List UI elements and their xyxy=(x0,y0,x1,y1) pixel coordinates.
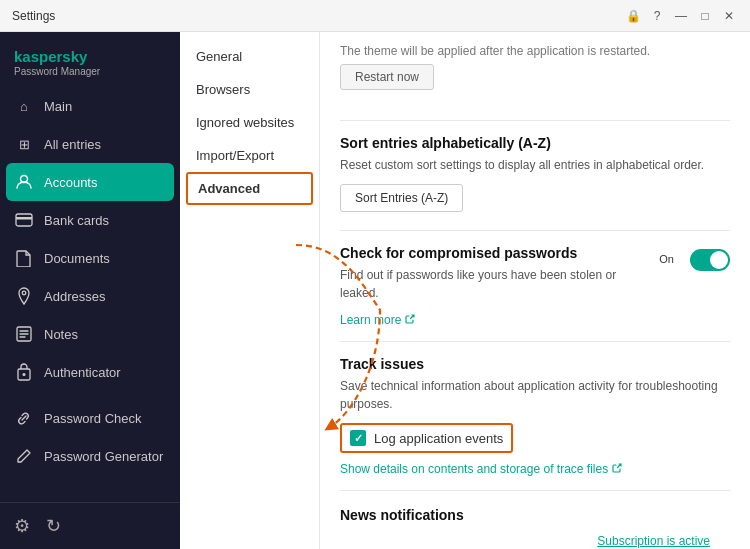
location-icon xyxy=(14,286,34,306)
settings-nav: General Browsers Ignored websites Import… xyxy=(180,32,320,549)
sidebar-item-label: Addresses xyxy=(44,289,105,304)
home-icon: ⌂ xyxy=(14,96,34,116)
toggle-knob xyxy=(710,251,728,269)
sidebar-item-label: All entries xyxy=(44,137,101,152)
sidebar-item-label: Password Check xyxy=(44,411,142,426)
main-content: The theme will be applied after the appl… xyxy=(320,32,750,549)
sidebar-nav: ⌂ Main ⊞ All entries Accounts xyxy=(0,87,180,502)
sort-section-desc: Reset custom sort settings to display al… xyxy=(340,156,730,174)
window-controls: 🔒 ? — □ ✕ xyxy=(624,7,738,25)
show-details-link[interactable]: Show details on contents and storage of … xyxy=(340,462,622,476)
app-name: kaspersky xyxy=(14,48,166,66)
sidebar-item-documents[interactable]: Documents xyxy=(0,239,180,277)
sidebar-item-main[interactable]: ⌂ Main xyxy=(0,87,180,125)
restart-notice: The theme will be applied after the appl… xyxy=(340,32,730,64)
divider-2 xyxy=(340,230,730,231)
settings-nav-import-export[interactable]: Import/Export xyxy=(180,139,319,172)
svg-point-6 xyxy=(23,373,26,376)
sidebar-footer: ⚙ ↻ xyxy=(0,502,180,549)
compromised-title: Check for compromised passwords xyxy=(340,245,647,261)
lock-icon[interactable]: 🔒 xyxy=(624,7,642,25)
subscription-bar: Subscription is active xyxy=(340,528,730,549)
sidebar-item-label: Main xyxy=(44,99,72,114)
settings-nav-ignored-websites[interactable]: Ignored websites xyxy=(180,106,319,139)
track-issues-desc: Save technical information about applica… xyxy=(340,377,730,413)
sidebar-item-label: Authenticator xyxy=(44,365,121,380)
svg-rect-1 xyxy=(16,214,32,226)
auth-icon xyxy=(14,362,34,382)
card-icon xyxy=(14,210,34,230)
external-link-icon-2 xyxy=(612,462,622,476)
settings-nav-browsers[interactable]: Browsers xyxy=(180,73,319,106)
news-notifications-title: News notifications xyxy=(340,507,730,523)
compromised-desc: Find out if passwords like yours have be… xyxy=(340,266,647,302)
sidebar-item-notes[interactable]: Notes xyxy=(0,315,180,353)
sidebar-item-label: Documents xyxy=(44,251,110,266)
sidebar-item-password-check[interactable]: Password Check xyxy=(0,399,180,437)
app-subtitle: Password Manager xyxy=(14,66,166,77)
edit-icon xyxy=(14,446,34,466)
sidebar-item-label: Bank cards xyxy=(44,213,109,228)
minimize-button[interactable]: — xyxy=(672,7,690,25)
sidebar-item-all-entries[interactable]: ⊞ All entries xyxy=(0,125,180,163)
help-button[interactable]: ? xyxy=(648,7,666,25)
sidebar-item-bank-cards[interactable]: Bank cards xyxy=(0,201,180,239)
learn-more-link[interactable]: Learn more xyxy=(340,313,415,327)
sidebar-item-password-generator[interactable]: Password Generator xyxy=(0,437,180,475)
sidebar-item-label: Password Generator xyxy=(44,449,163,464)
sidebar-item-label: Accounts xyxy=(44,175,97,190)
svg-point-3 xyxy=(22,291,26,295)
divider-1 xyxy=(340,120,730,121)
settings-nav-general[interactable]: General xyxy=(180,40,319,73)
log-events-checkbox-row: Log application events xyxy=(340,423,513,453)
news-notifications-section: News notifications xyxy=(340,507,730,523)
sidebar-item-addresses[interactable]: Addresses xyxy=(0,277,180,315)
restart-button[interactable]: Restart now xyxy=(340,64,434,90)
close-button[interactable]: ✕ xyxy=(720,7,738,25)
toggle-on-label: On xyxy=(659,248,674,270)
sidebar-item-accounts[interactable]: Accounts xyxy=(6,163,174,201)
grid-icon: ⊞ xyxy=(14,134,34,154)
svg-rect-2 xyxy=(16,217,32,220)
track-issues-section: Track issues Save technical information … xyxy=(340,356,730,476)
notes-icon xyxy=(14,324,34,344)
sidebar: kaspersky Password Manager ⌂ Main ⊞ All … xyxy=(0,32,180,549)
sort-entries-button[interactable]: Sort Entries (A-Z) xyxy=(340,184,463,212)
settings-nav-advanced[interactable]: Advanced xyxy=(186,172,313,205)
divider-4 xyxy=(340,490,730,491)
log-events-checkbox[interactable] xyxy=(350,430,366,446)
link-icon xyxy=(14,408,34,428)
app-logo: kaspersky Password Manager xyxy=(0,32,180,87)
title-bar: Settings 🔒 ? — □ ✕ xyxy=(0,0,750,32)
sort-section-title: Sort entries alphabetically (A-Z) xyxy=(340,135,730,151)
log-events-label: Log application events xyxy=(374,431,503,446)
maximize-button[interactable]: □ xyxy=(696,7,714,25)
sidebar-item-label: Notes xyxy=(44,327,78,342)
external-link-icon xyxy=(405,314,415,326)
window-title: Settings xyxy=(12,9,55,23)
sidebar-item-authenticator[interactable]: Authenticator xyxy=(0,353,180,391)
person-icon xyxy=(14,172,34,192)
divider-3 xyxy=(340,341,730,342)
subscription-link[interactable]: Subscription is active xyxy=(597,534,710,548)
compromised-toggle[interactable] xyxy=(690,249,730,271)
compromised-passwords-section: Check for compromised passwords Find out… xyxy=(340,245,730,327)
track-issues-title: Track issues xyxy=(340,356,730,372)
app-body: kaspersky Password Manager ⌂ Main ⊞ All … xyxy=(0,32,750,549)
document-icon xyxy=(14,248,34,268)
settings-icon[interactable]: ⚙ xyxy=(14,515,30,537)
compromised-passwords-content: Check for compromised passwords Find out… xyxy=(340,245,647,327)
refresh-icon[interactable]: ↻ xyxy=(46,515,61,537)
